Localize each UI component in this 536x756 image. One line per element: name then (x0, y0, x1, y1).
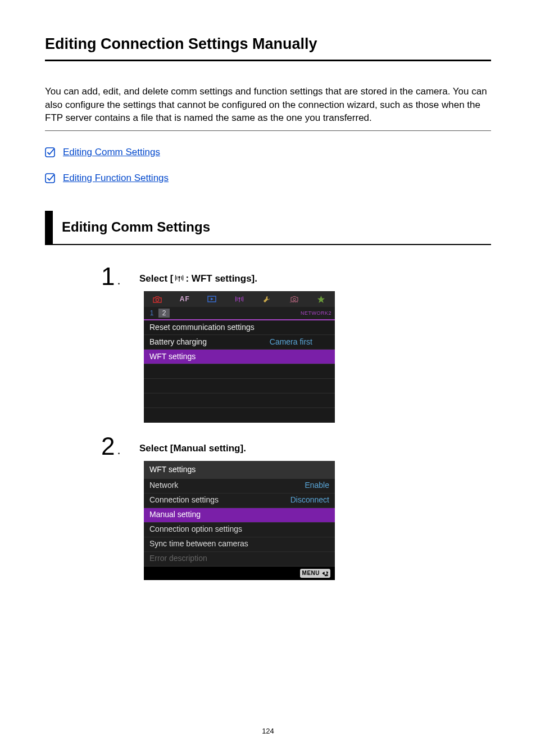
battery-charging-label: Battery charging (149, 337, 207, 348)
editing-comm-settings-link[interactable]: Editing Comm Settings (63, 146, 160, 159)
subtab-network-label: NETWORK2 (301, 310, 331, 317)
menu2-row-connection-settings: Connection settings Disconnect (144, 494, 335, 508)
network-label: Network (149, 480, 178, 491)
tab-camera-icon (144, 291, 171, 307)
network-value: Enable (298, 480, 329, 491)
step-body: Select [ : WFT settings]. (139, 264, 491, 428)
camera-menu-screenshot-1: AF (144, 291, 335, 423)
subtab-1: 1 (146, 309, 157, 318)
step-number-digit: 2 (101, 434, 115, 459)
section-title: Editing Comm Settings (62, 211, 210, 245)
intro-paragraph: You can add, edit, and delete comm setti… (45, 85, 491, 125)
svg-point-9 (293, 298, 296, 301)
menu-row-battery-charging: Battery charging Camera first (144, 335, 335, 350)
menu2-row-network: Network Enable (144, 479, 335, 494)
step-number: 1. (101, 264, 126, 289)
link-bullet-icon (45, 147, 55, 157)
tab-custom-icon (280, 291, 308, 307)
section-header: Editing Comm Settings (45, 211, 491, 246)
menu-blank-row (144, 364, 335, 379)
tab-wrench-icon (253, 291, 280, 307)
subtab-2: 2 (158, 309, 170, 318)
svg-point-4 (156, 298, 159, 301)
step-2: 2. Select [Manual setting]. WFT settings… (101, 434, 491, 580)
step-number: 2. (101, 434, 126, 459)
menu2-row-connection-option: Connection option settings (144, 523, 335, 537)
divider (45, 130, 491, 131)
menu-blank-row (144, 408, 335, 423)
connection-settings-value: Disconnect (284, 495, 329, 506)
step-1-title: Select [ : WFT settings]. (139, 272, 491, 286)
tab-wireless-icon (226, 291, 253, 307)
step-number-dot: . (117, 444, 120, 456)
editing-function-settings-link[interactable]: Editing Function Settings (63, 171, 169, 185)
battery-charging-value: Camera first (270, 337, 329, 348)
steps-list: 1. Select [ : WFT settings]. (101, 264, 491, 580)
page-title: Editing Connection Settings Manually (45, 34, 491, 61)
connection-settings-label: Connection settings (149, 495, 219, 506)
menu-back-button: MENU (300, 569, 330, 578)
tab-playback-icon (198, 291, 226, 307)
menu-sub-tabs: 1 2 NETWORK2 (144, 307, 335, 319)
page-number: 124 (45, 726, 491, 736)
link-bullet-icon (45, 173, 55, 183)
return-icon (321, 571, 328, 576)
menu2-row-sync-time: Sync time between cameras (144, 537, 335, 552)
step-body: Select [Manual setting]. WFT settings Ne… (139, 434, 491, 580)
menu-blank-row (144, 393, 335, 408)
menu2-header: WFT settings (144, 461, 335, 479)
tab-af: AF (171, 291, 199, 307)
menu-row-wft-settings: WFT settings (144, 350, 335, 364)
menu-btn-label: MENU (302, 569, 320, 577)
menu2-footer: MENU (144, 567, 335, 580)
svg-marker-14 (322, 572, 325, 575)
menu2-row-manual-setting: Manual setting (144, 508, 335, 523)
menu-row-reset-comm: Reset communication settings (144, 320, 335, 335)
step-number-dot: . (117, 274, 120, 287)
step-1-prefix: Select [ (139, 272, 173, 286)
menu-blank-row (144, 379, 335, 393)
step-2-title: Select [Manual setting]. (139, 442, 491, 455)
section-accent-bar (45, 211, 53, 245)
link-row-comm: Editing Comm Settings (45, 146, 491, 159)
svg-marker-11 (317, 296, 325, 303)
link-row-func: Editing Function Settings (45, 171, 491, 185)
step-1: 1. Select [ : WFT settings]. (101, 264, 491, 428)
menu2-row-error-description: Error description (144, 552, 335, 567)
camera-menu-screenshot-2: WFT settings Network Enable Connection s… (144, 461, 335, 580)
menu-top-tabs: AF (144, 291, 335, 307)
svg-marker-6 (211, 298, 214, 301)
step-1-suffix: : WFT settings]. (185, 272, 257, 286)
step-number-digit: 1 (101, 264, 115, 289)
antenna-icon (175, 273, 184, 285)
tab-star-icon (307, 291, 335, 307)
